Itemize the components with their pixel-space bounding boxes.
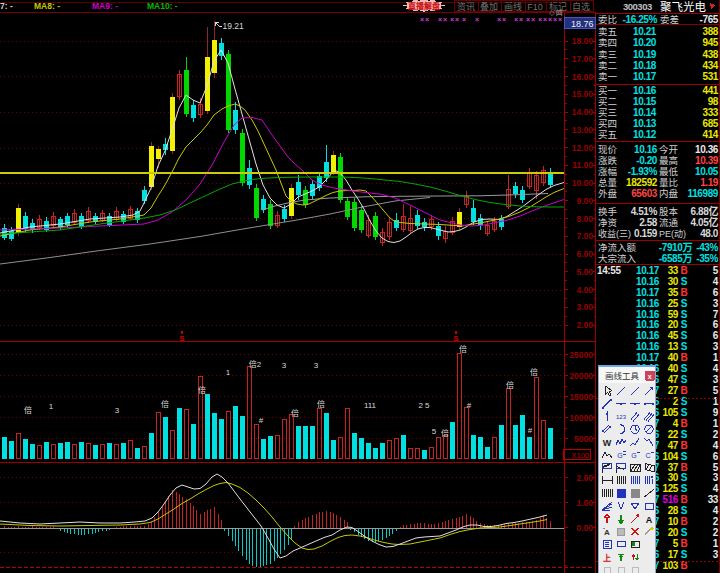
svg-text:-1.93%: -1.93% bbox=[628, 166, 658, 177]
svg-text:涨幅: 涨幅 bbox=[598, 166, 618, 177]
svg-text:流通: 流通 bbox=[659, 217, 679, 228]
svg-text:-765: -765 bbox=[700, 14, 719, 25]
svg-text:回: 回 bbox=[556, 9, 563, 17]
svg-text:×: × bbox=[519, 16, 523, 23]
svg-text:13: 13 bbox=[668, 341, 679, 352]
svg-text:945: 945 bbox=[703, 37, 719, 48]
svg-text:C: C bbox=[645, 452, 650, 459]
svg-text:10.19: 10.19 bbox=[633, 49, 657, 60]
svg-text:0.159: 0.159 bbox=[634, 228, 658, 239]
svg-text:收益(三): 收益(三) bbox=[598, 228, 631, 239]
svg-text:9: 9 bbox=[713, 407, 719, 418]
svg-text:25: 25 bbox=[668, 298, 679, 309]
svg-text:5: 5 bbox=[713, 462, 719, 473]
svg-text:10000: 10000 bbox=[569, 413, 593, 423]
svg-text:10.14: 10.14 bbox=[633, 107, 657, 118]
svg-text:3: 3 bbox=[713, 374, 719, 385]
svg-text:G: G bbox=[617, 452, 622, 459]
svg-text:B: B bbox=[681, 418, 688, 429]
svg-text:19.21: 19.21 bbox=[223, 21, 245, 31]
svg-text:S: S bbox=[681, 309, 688, 320]
svg-text:×: × bbox=[475, 16, 479, 23]
svg-text:59: 59 bbox=[668, 309, 679, 320]
svg-text:3: 3 bbox=[282, 361, 287, 370]
svg-text:S: S bbox=[681, 483, 688, 494]
svg-text:-6585万: -6585万 bbox=[659, 253, 693, 264]
svg-text:S: S bbox=[681, 330, 688, 341]
svg-text:2: 2 bbox=[713, 516, 719, 527]
svg-text:×: × bbox=[531, 16, 535, 23]
svg-text:4: 4 bbox=[713, 440, 719, 451]
svg-text:1: 1 bbox=[226, 368, 231, 377]
svg-text:卖一: 卖一 bbox=[598, 71, 618, 82]
svg-text:2.00: 2.00 bbox=[576, 320, 593, 330]
svg-text:1: 1 bbox=[713, 396, 719, 407]
svg-text:441: 441 bbox=[703, 85, 719, 96]
svg-text:3: 3 bbox=[713, 549, 719, 560]
svg-text:委差: 委差 bbox=[660, 14, 679, 25]
svg-text:3: 3 bbox=[115, 406, 120, 415]
svg-text:1.19: 1.19 bbox=[700, 177, 719, 188]
svg-text:20: 20 bbox=[668, 319, 679, 330]
svg-text:6: 6 bbox=[713, 287, 719, 298]
svg-text:净资: 净资 bbox=[598, 217, 618, 228]
svg-text:委比: 委比 bbox=[598, 14, 617, 25]
svg-text:MA8: -: MA8: - bbox=[34, 1, 60, 11]
svg-text:S: S bbox=[681, 505, 688, 516]
svg-text:182592: 182592 bbox=[626, 177, 658, 188]
svg-text:1: 1 bbox=[713, 352, 719, 363]
svg-text:X100: X100 bbox=[571, 451, 589, 460]
svg-text:3.00: 3.00 bbox=[576, 302, 593, 312]
svg-text:A: A bbox=[604, 528, 610, 537]
svg-text:卖四: 卖四 bbox=[598, 37, 617, 48]
svg-text:1.00: 1.00 bbox=[576, 498, 593, 508]
svg-text:4.51%: 4.51% bbox=[631, 206, 658, 217]
svg-text:资讯: 资讯 bbox=[457, 2, 475, 12]
svg-text:10.21: 10.21 bbox=[633, 26, 657, 37]
svg-text:W: W bbox=[603, 438, 612, 448]
svg-text:27: 27 bbox=[668, 385, 679, 396]
svg-text:40: 40 bbox=[668, 363, 679, 374]
svg-text:现价: 现价 bbox=[598, 144, 618, 155]
svg-text:倍: 倍 bbox=[530, 367, 538, 377]
svg-text:3: 3 bbox=[314, 361, 319, 370]
svg-text:-16.25%: -16.25% bbox=[623, 14, 658, 25]
svg-text:S: S bbox=[681, 451, 688, 462]
svg-text:14:55: 14:55 bbox=[597, 265, 621, 276]
svg-text:10.18: 10.18 bbox=[633, 60, 657, 71]
svg-text:1: 1 bbox=[49, 402, 54, 411]
svg-text:15000: 15000 bbox=[569, 392, 593, 402]
svg-text:10.16: 10.16 bbox=[634, 144, 658, 155]
svg-text:10.13: 10.13 bbox=[633, 118, 657, 129]
svg-text:10.05: 10.05 bbox=[695, 166, 719, 177]
svg-text:20000: 20000 bbox=[569, 371, 593, 381]
svg-text:5: 5 bbox=[713, 385, 719, 396]
svg-text:B: B bbox=[681, 538, 688, 549]
svg-text:33: 33 bbox=[708, 494, 719, 505]
svg-text:531: 531 bbox=[703, 71, 719, 82]
svg-text:画线: 画线 bbox=[504, 1, 522, 12]
svg-text:116989: 116989 bbox=[688, 188, 719, 199]
svg-text:-7910万: -7910万 bbox=[659, 242, 693, 253]
svg-text:最低: 最低 bbox=[659, 166, 679, 177]
svg-text:3: 3 bbox=[713, 298, 719, 309]
svg-text:叠加: 叠加 bbox=[480, 2, 498, 12]
svg-text:×: × bbox=[438, 16, 442, 23]
svg-text:B: B bbox=[681, 287, 688, 298]
svg-text:S: S bbox=[681, 363, 688, 374]
svg-text:6: 6 bbox=[713, 451, 719, 462]
svg-text:×: × bbox=[538, 16, 542, 23]
svg-text:6.88亿: 6.88亿 bbox=[691, 205, 719, 217]
svg-text:倍: 倍 bbox=[198, 385, 206, 395]
svg-text:直播解盘: 直播解盘 bbox=[408, 1, 440, 11]
svg-text:×: × bbox=[526, 16, 530, 23]
svg-text:10: 10 bbox=[668, 516, 679, 527]
svg-text:98: 98 bbox=[708, 96, 719, 107]
svg-text:4: 4 bbox=[713, 483, 719, 494]
svg-text:S: S bbox=[681, 472, 688, 483]
svg-text:300303: 300303 bbox=[623, 1, 652, 12]
svg-text:内盘: 内盘 bbox=[659, 188, 679, 199]
svg-text:B: B bbox=[681, 265, 688, 276]
svg-text:MA9: -: MA9: - bbox=[92, 1, 118, 11]
svg-text:28: 28 bbox=[668, 505, 679, 516]
